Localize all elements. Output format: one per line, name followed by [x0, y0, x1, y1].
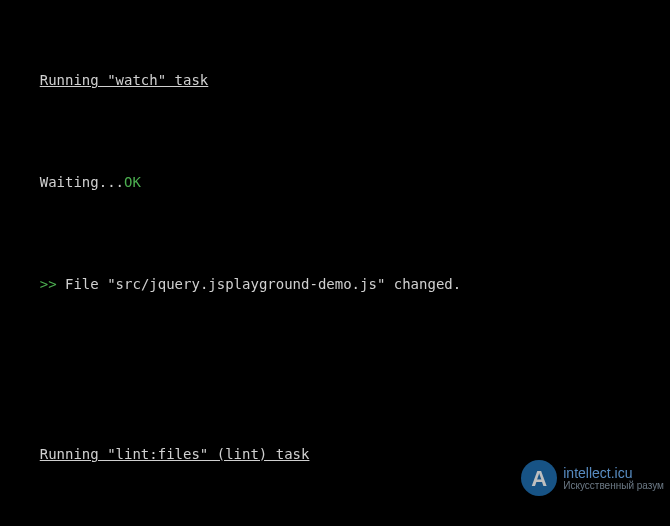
watch-task-header: Running "watch" task	[40, 72, 209, 88]
lint-task-header: Running "lint:files" (lint) task	[40, 446, 310, 462]
file-changed-prefix: File "	[65, 276, 116, 292]
file-changed-path: src/jquery.jsplayground-demo.js	[116, 276, 377, 292]
watermark-title: intellect.icu	[563, 466, 664, 480]
watermark-subtitle: Искусственный разум	[563, 480, 664, 491]
prompt-arrow: >>	[40, 276, 65, 292]
waiting-text: Waiting...	[40, 174, 124, 190]
ok-status: OK	[124, 174, 141, 190]
watermark-badge-icon: A	[521, 460, 557, 496]
file-changed-suffix: " changed.	[377, 276, 461, 292]
terminal-output: Running "watch" task Waiting...OK >> Fil…	[0, 0, 670, 526]
site-watermark: A intellect.icu Искусственный разум	[521, 460, 664, 496]
